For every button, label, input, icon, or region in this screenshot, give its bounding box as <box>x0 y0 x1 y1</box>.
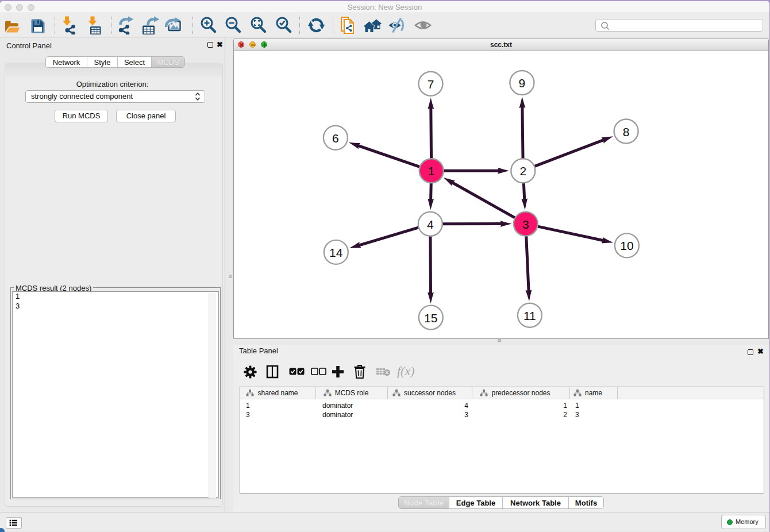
svg-text:1: 1 <box>428 164 435 178</box>
svg-text:9: 9 <box>519 76 526 90</box>
svg-text:6: 6 <box>332 132 339 145</box>
svg-text:14: 14 <box>329 246 343 259</box>
svg-text:15: 15 <box>424 311 437 325</box>
svg-text:7: 7 <box>428 78 434 91</box>
svg-text:4: 4 <box>427 218 434 231</box>
svg-text:10: 10 <box>620 239 633 252</box>
svg-text:11: 11 <box>523 309 536 322</box>
svg-text:2: 2 <box>519 164 526 178</box>
svg-text:3: 3 <box>522 218 529 231</box>
svg-text:8: 8 <box>623 125 630 138</box>
